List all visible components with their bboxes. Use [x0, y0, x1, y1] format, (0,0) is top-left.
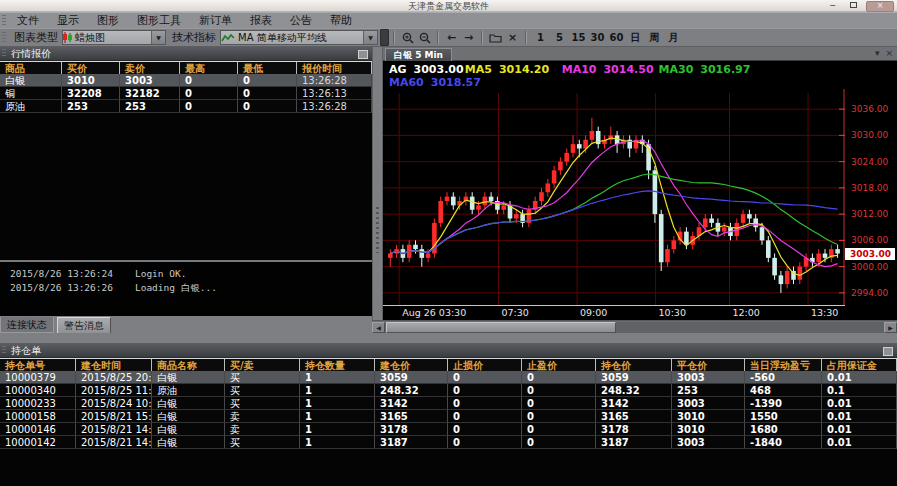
open-folder-button[interactable]: [487, 30, 504, 45]
positions-panel-grip[interactable]: [2, 346, 6, 355]
menu-item-announcements[interactable]: 公告: [281, 13, 321, 28]
log-message: Login OK.: [135, 268, 186, 279]
scrollbar-thumb[interactable]: [386, 322, 616, 333]
position-margin: 0.01: [822, 410, 897, 423]
timeframe-month-button[interactable]: 月: [664, 30, 683, 45]
quote-low: 0: [238, 87, 297, 100]
current-price-marker: 3003.00: [845, 248, 895, 260]
position-margin: 0.01: [822, 423, 897, 436]
position-hold-price: 3165: [596, 410, 672, 423]
timeframe-60min-button[interactable]: 60: [607, 30, 626, 45]
position-order-id: 10000158: [0, 410, 76, 423]
quote-bid: 253: [62, 100, 120, 113]
position-hold-price: 3059: [596, 371, 672, 384]
scrollbar-right-arrow[interactable]: ▶: [884, 322, 897, 333]
timeframe-15min-button[interactable]: 15: [569, 30, 588, 45]
position-close-price: 3003: [672, 397, 745, 410]
position-order-id: 10000379: [0, 371, 76, 384]
position-open-time: 2015/8/21 14:41:02: [76, 436, 152, 449]
chart-close-icon[interactable]: ×: [885, 48, 893, 58]
tab-warning-messages[interactable]: 警告消息: [57, 317, 111, 334]
chart-type-dropdown[interactable]: 蜡烛图 ▼: [62, 30, 166, 45]
legend-ma30-value: 3016.97: [700, 63, 750, 76]
menu-item-display[interactable]: 显示: [48, 13, 88, 28]
legend-ma60-label: MA60: [389, 76, 424, 89]
toolbar-separator: [437, 31, 439, 44]
positions-float-icon[interactable]: [883, 347, 893, 356]
chevron-down-icon[interactable]: ▼: [363, 31, 377, 44]
toolbar-separator: [525, 31, 527, 44]
timeframe-30min-button[interactable]: 30: [588, 30, 607, 45]
menubar-grip[interactable]: [2, 15, 6, 26]
timeframe-5min-button[interactable]: 5: [550, 30, 569, 45]
positions-panel-title: 持仓单: [8, 344, 41, 358]
position-stop-loss: 0: [448, 436, 522, 449]
quote-product: 原油: [0, 100, 62, 113]
position-stop-loss: 0: [448, 384, 522, 397]
menu-item-help[interactable]: 帮助: [321, 13, 361, 28]
price-axis: 3003.00 3036.003030.003024.003018.003012…: [845, 61, 897, 306]
x-axis-label: 12:00: [733, 307, 760, 318]
quotes-panel-grip[interactable]: [2, 49, 6, 58]
scroll-left-button[interactable]: ←: [443, 30, 460, 45]
timeframe-1min-button[interactable]: 1: [531, 30, 550, 45]
menu-item-new-order[interactable]: 新订单: [190, 13, 241, 28]
x-axis-label: Aug 26 03:30: [402, 307, 466, 318]
tab-connection-status[interactable]: 连接状态: [0, 317, 54, 333]
position-open-price: 3142: [375, 397, 448, 410]
position-open-price: 3178: [375, 423, 448, 436]
chart-legend-line2: MA603018.57: [389, 76, 482, 89]
position-order-id: 10000340: [0, 384, 76, 397]
menu-item-reports[interactable]: 报表: [241, 13, 281, 28]
legend-symbol: AG: [389, 63, 407, 76]
menu-item-chart-tools[interactable]: 图形工具: [128, 13, 190, 28]
legend-ma5-value: 3014.20: [499, 63, 549, 76]
menu-item-file[interactable]: 文件: [8, 13, 48, 28]
quotes-panel-title: 行情报价: [8, 47, 51, 61]
zoom-in-icon: [402, 32, 414, 44]
legend-ma60-value: 3018.57: [431, 76, 481, 89]
zoom-out-icon: [419, 32, 431, 44]
restore-button[interactable]: [845, 2, 862, 11]
toolbar-handle[interactable]: [380, 29, 389, 46]
position-side: 卖: [225, 423, 300, 436]
log-line: 2015/8/26 13:26:26Loading 白银...: [10, 281, 372, 295]
timeframe-day-button[interactable]: 日: [626, 30, 645, 45]
close-button[interactable]: ×: [866, 1, 894, 12]
chart-scrollbar: ◀ ▶: [372, 320, 897, 333]
position-order-id: 10000142: [0, 436, 76, 449]
positions-table-body: 10000379 2015/8/25 20:00:23 白银 买 1 3059 …: [0, 371, 897, 449]
chart-minimize-icon[interactable]: ▾: [875, 48, 880, 58]
timeframe-week-button[interactable]: 周: [645, 30, 664, 45]
y-axis-label: 3006.00: [851, 235, 888, 245]
quotes-float-icon[interactable]: [358, 50, 368, 59]
x-axis-label: 09:00: [580, 307, 607, 318]
app-window: 天津贵金属交易软件 − × 文件 显示 图形 图形工具 新订单 报表 公告 帮助…: [0, 0, 897, 486]
indicator-value: MA 简单移动平均线: [235, 31, 363, 45]
position-hold-price: 3142: [596, 397, 672, 410]
menu-item-chart[interactable]: 图形: [88, 13, 128, 28]
indicator-dropdown[interactable]: MA 简单移动平均线 ▼: [220, 30, 378, 45]
zoom-out-button[interactable]: [416, 30, 433, 45]
position-take-profit: 0: [522, 423, 596, 436]
chart-tab-silver-5min[interactable]: 白银 5 Min: [385, 48, 452, 62]
scrollbar-track[interactable]: [385, 322, 884, 333]
delete-button[interactable]: ×: [504, 30, 521, 45]
toolbar: 图表类型 蜡烛图 ▼ 技术指标 MA 简单移动平均线 ▼: [0, 28, 897, 47]
scrollbar-left-arrow[interactable]: ◀: [372, 322, 385, 333]
minimize-button[interactable]: −: [824, 2, 841, 11]
position-side: 买: [225, 384, 300, 397]
toolbar-grip[interactable]: [2, 32, 6, 44]
chevron-down-icon[interactable]: ▼: [151, 31, 165, 44]
scroll-right-button[interactable]: →: [460, 30, 477, 45]
position-margin: 0.01: [822, 397, 897, 410]
vertical-splitter[interactable]: [372, 47, 383, 320]
candlestick-chart[interactable]: [383, 61, 845, 306]
quotes-empty-area: [0, 113, 372, 260]
indicator-label: 技术指标: [172, 30, 216, 45]
position-side: 买: [225, 397, 300, 410]
log-timestamp: 2015/8/26 13:26:26: [10, 282, 113, 293]
position-take-profit: 0: [522, 397, 596, 410]
zoom-in-button[interactable]: [399, 30, 416, 45]
position-open-price: 248.32: [375, 384, 448, 397]
